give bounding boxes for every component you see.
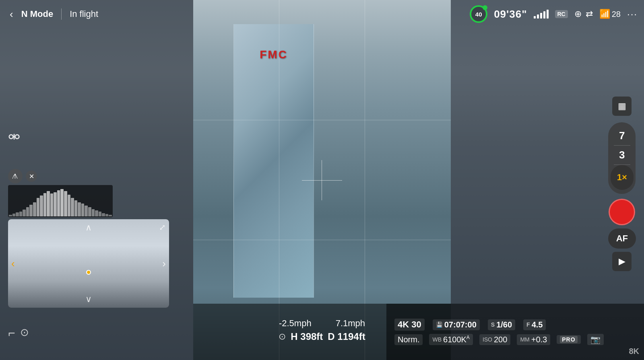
altitude-value: H 398ft bbox=[291, 331, 323, 342]
signal-bar-1 bbox=[534, 16, 536, 19]
film-icon: ▦ bbox=[618, 101, 626, 111]
home-icon: ⊙ bbox=[279, 331, 286, 342]
battery-indicator: 40 bbox=[470, 5, 487, 23]
map-left-button[interactable]: ‹ bbox=[11, 257, 15, 270]
map-right-button[interactable]: › bbox=[162, 257, 166, 270]
flight-timer: 09'36" bbox=[494, 8, 527, 21]
wifi-count: 28 bbox=[612, 10, 621, 19]
zoom-7-button[interactable]: 7 bbox=[608, 126, 636, 145]
zoom-selector: 7 3 1× bbox=[608, 122, 636, 194]
map-content: ∧ ⤢ ‹ › ∨ bbox=[8, 219, 169, 308]
histogram-bar bbox=[12, 214, 16, 216]
histogram-bar bbox=[47, 191, 50, 216]
map-expand-button[interactable]: ⤢ bbox=[159, 222, 166, 232]
signal-bar-2 bbox=[537, 14, 539, 19]
histogram-bar bbox=[9, 215, 12, 216]
flight-status-label: In flight bbox=[70, 9, 98, 19]
camera-badge: 📷 bbox=[587, 334, 604, 345]
histogram-bar bbox=[78, 202, 81, 216]
map-preview-panel[interactable]: ∧ ⤢ ‹ › ∨ bbox=[8, 219, 169, 308]
histogram-bar bbox=[105, 214, 109, 216]
iso-label: ISO bbox=[483, 336, 492, 343]
histogram-chart bbox=[8, 185, 113, 217]
film-strip-button[interactable]: ▦ bbox=[612, 97, 632, 116]
histogram-toggle-icon[interactable]: ⩚ bbox=[8, 169, 23, 183]
iso-badge: ISO 200 bbox=[479, 334, 511, 345]
shutter-value: 1/60 bbox=[496, 320, 512, 329]
zoom-current-indicator[interactable]: 1× bbox=[611, 165, 634, 190]
vertical-speed: 7.1mph bbox=[336, 318, 365, 329]
histogram-bar bbox=[74, 200, 78, 216]
gallery-button[interactable]: ▶ bbox=[612, 252, 632, 271]
map-down-button[interactable]: ∨ bbox=[85, 294, 92, 304]
histogram-close-button[interactable]: ✕ bbox=[26, 171, 37, 182]
signal-bar-3 bbox=[540, 13, 542, 19]
histogram-header: ⩚ ✕ bbox=[8, 169, 121, 183]
ev-value: +0.3 bbox=[531, 335, 547, 344]
pro-label: PRO bbox=[560, 336, 577, 343]
white-balance-badge: WB 6100KA bbox=[429, 334, 473, 345]
histogram-bar bbox=[85, 206, 88, 216]
bottom-right-telemetry: 4K 30 💾 07:07:00 S 1/60 F 4.5 Norm. WB 6… bbox=[386, 304, 644, 360]
back-button[interactable]: ‹ bbox=[6, 5, 17, 24]
record-button[interactable] bbox=[609, 199, 635, 225]
top-right-status: 40 09'36" RC ⊕ ⇄ 📶 28 ··· bbox=[470, 5, 638, 23]
status-icons: ⊕ ⇄ bbox=[574, 9, 593, 19]
building-fmc bbox=[233, 24, 314, 298]
aperture-badge: F 4.5 bbox=[523, 319, 546, 330]
recording-time-badge: 💾 07:07:00 bbox=[433, 319, 480, 330]
autofocus-button[interactable]: AF bbox=[608, 228, 636, 249]
header-divider bbox=[61, 8, 62, 20]
person-track-icon[interactable]: ⚮ bbox=[8, 129, 20, 146]
right-camera-controls: ▦ 7 3 1× AF ▶ bbox=[608, 97, 636, 271]
histogram-bar bbox=[99, 212, 102, 216]
distance-value: D 1194ft bbox=[328, 331, 365, 342]
white-balance-value: 6100KA bbox=[443, 335, 470, 344]
histogram-bar bbox=[109, 215, 112, 216]
histogram-bar bbox=[57, 190, 60, 216]
horizontal-speed: -2.5mph bbox=[279, 318, 312, 329]
pro-badge: PRO bbox=[557, 335, 580, 344]
8k-badge: 8K bbox=[629, 347, 639, 356]
histogram-panel: ⩚ ✕ bbox=[8, 169, 121, 217]
altitude-distance-row: ⊙ H 398ft D 1194ft bbox=[279, 331, 365, 342]
histogram-bar bbox=[88, 207, 91, 216]
histogram-bar bbox=[16, 212, 19, 216]
ev-badge: MM +0.3 bbox=[517, 334, 550, 345]
map-position-dot bbox=[86, 270, 91, 275]
zoom-3-button[interactable]: 3 bbox=[608, 146, 636, 165]
map-up-button[interactable]: ∧ bbox=[85, 222, 92, 233]
signal-bar-4 bbox=[543, 11, 545, 19]
resolution-badge: 4K 30 bbox=[394, 319, 425, 331]
flight-mode-label: N Mode bbox=[21, 9, 53, 19]
home-point-icon[interactable]: ⊙ bbox=[20, 326, 29, 340]
aperture-f-icon: F bbox=[526, 321, 530, 328]
telemetry-top-row: 4K 30 💾 07:07:00 S 1/60 F 4.5 bbox=[394, 319, 636, 331]
iso-value: 200 bbox=[494, 335, 507, 344]
camera-icon: 📷 bbox=[590, 335, 601, 344]
more-button[interactable]: ··· bbox=[627, 8, 638, 20]
histogram-bar bbox=[26, 207, 29, 216]
zoom-current-value: 1× bbox=[617, 169, 627, 186]
histogram-bar bbox=[60, 189, 64, 216]
telemetry-bottom-row: Norm. WB 6100KA ISO 200 MM +0.3 PRO 📷 bbox=[394, 334, 636, 345]
histogram-bars bbox=[8, 185, 113, 217]
wb-icon: WB bbox=[432, 336, 442, 343]
shutter-s-icon: S bbox=[491, 321, 495, 328]
recording-time-value: 07:07:00 bbox=[444, 320, 477, 329]
histogram-bar bbox=[54, 192, 57, 216]
mm-label: MM bbox=[520, 336, 529, 343]
play-icon: ▶ bbox=[619, 256, 625, 267]
shutter-badge: S 1/60 bbox=[488, 319, 515, 330]
wifi-icon: 📶 bbox=[599, 9, 610, 19]
resolution-value: 4K 30 bbox=[398, 319, 421, 330]
battery-percent: 40 bbox=[475, 11, 482, 18]
color-profile-badge: Norm. bbox=[394, 334, 423, 345]
left-side-icons: ⚮ bbox=[8, 129, 20, 146]
histogram-bar bbox=[37, 198, 40, 216]
histogram-bar bbox=[68, 195, 71, 216]
histogram-bar bbox=[50, 193, 54, 216]
histogram-bar bbox=[19, 212, 23, 217]
sd-icon: 💾 bbox=[436, 321, 443, 328]
signal-strength bbox=[534, 10, 549, 19]
